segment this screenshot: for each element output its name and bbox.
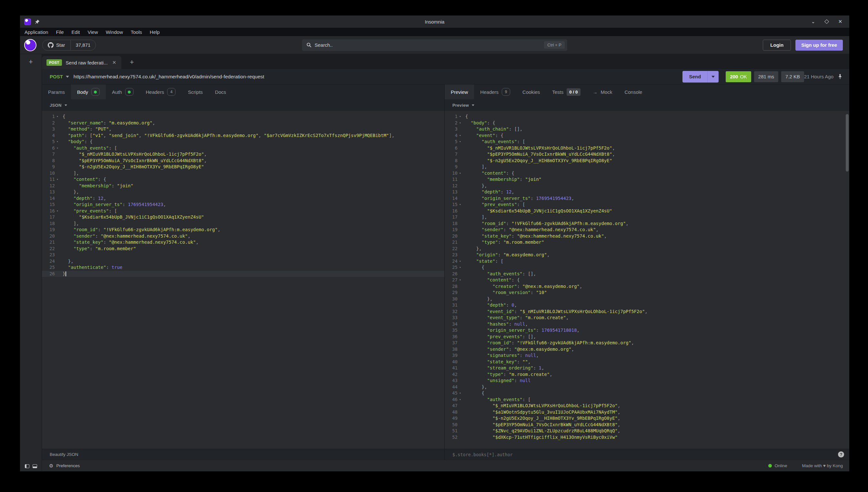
login-button[interactable]: Login — [763, 40, 791, 51]
line-number: 22 — [42, 246, 55, 252]
response-filter-input[interactable]: $.store.books[*].author — [452, 452, 838, 457]
preferences-button[interactable]: Preferences — [56, 463, 80, 468]
code-line: 3 "method": "PUT", — [42, 126, 444, 132]
tab-params[interactable]: Params — [42, 84, 71, 99]
code-line: 28 "creator": "@nex:m.easydemo.org", — [445, 284, 849, 290]
fold-arrow-icon[interactable]: ▾ — [55, 139, 60, 145]
line-number: 34 — [445, 321, 458, 327]
line-number: 8 — [445, 158, 458, 164]
tab-method-badge: POST — [46, 59, 62, 66]
line-number: 12 — [42, 183, 55, 189]
github-star-widget[interactable]: Star 37,871 — [42, 40, 96, 51]
tab-headers[interactable]: Headers4 — [140, 84, 182, 99]
send-button[interactable]: Send — [682, 71, 707, 82]
signup-button[interactable]: Sign up for free — [795, 40, 843, 51]
document-tab[interactable]: POST Send raw federati... ✕ — [42, 56, 121, 69]
code-line: 22 "type": "m.room.member" — [42, 246, 444, 252]
url-input[interactable]: https://hammerhead.nexy7574.co.uk/_hamme… — [74, 74, 683, 80]
tab-headers[interactable]: Headers9 — [474, 84, 516, 99]
tab-preview[interactable]: Preview — [445, 84, 474, 99]
close-icon[interactable]: ✕ — [838, 19, 843, 24]
code-line: 23 "origin": "m.easydemo.org", — [445, 252, 849, 258]
response-body-viewer[interactable]: 1▾{2▾ "body": {3 "auth_chain": [],4▾ "ev… — [445, 111, 849, 449]
fold-arrow-icon[interactable]: ▾ — [458, 397, 463, 403]
tab-docs[interactable]: Docs — [209, 84, 232, 99]
tab-mock[interactable]: →Mock — [587, 84, 618, 99]
history-pin-icon[interactable] — [837, 74, 843, 79]
tab-auth[interactable]: Auth — [106, 84, 140, 99]
line-number: 44 — [445, 384, 458, 390]
tab-cookies[interactable]: Cookies — [516, 84, 546, 99]
request-body-editor[interactable]: 1▾{2 "server_name": "m.easydemo.org",3 "… — [42, 111, 444, 449]
search-input[interactable]: Search.. Ctrl + P — [302, 39, 567, 51]
line-number: 14 — [42, 195, 55, 202]
toggle-sidebar-icon[interactable] — [25, 464, 29, 468]
code-line: 33 "event_type": "m.room.create", — [445, 315, 849, 321]
fold-arrow-icon[interactable]: ▾ — [458, 139, 463, 145]
fold-arrow-icon[interactable]: ▾ — [458, 114, 463, 120]
fold-arrow-icon[interactable]: ▾ — [458, 170, 463, 177]
code-line: 48 "$a1WOotnSdpytu5Glu_3vuI1UJoCPAAUbxMA… — [445, 409, 849, 416]
filter-help-icon[interactable]: ? — [838, 451, 844, 458]
preview-mode-selector[interactable]: Preview — [452, 103, 469, 108]
code-line: 19 "sender": "@nex:hammerhead.nexy7574.c… — [445, 227, 849, 233]
line-number: 1 — [445, 114, 458, 120]
code-line: 8 "$pEP3YP5OmNuiA_7VsOcIxnrBkWN_uYdLCcG4… — [42, 158, 444, 164]
menu-item-edit[interactable]: Edit — [72, 29, 80, 35]
tab-close-icon[interactable]: ✕ — [112, 60, 116, 66]
tab-scripts[interactable]: Scripts — [182, 84, 209, 99]
method-selector[interactable]: POST — [50, 74, 63, 79]
code-line: 7 "$_nMIuVR1BLOJWtsLVPXsHrQoLOhboL-1icj7… — [42, 151, 444, 158]
fold-arrow-icon[interactable]: ▾ — [458, 277, 463, 284]
line-number: 47 — [445, 403, 458, 409]
line-number: 11 — [42, 176, 55, 183]
menu-item-help[interactable]: Help — [150, 29, 160, 35]
method-caret-icon — [66, 76, 69, 78]
new-tab-button[interactable]: + — [130, 58, 134, 67]
code-line: 46▾ "auth_events": [ — [445, 397, 849, 403]
line-number: 15 — [42, 201, 55, 208]
menu-item-window[interactable]: Window — [106, 29, 123, 35]
line-number: 4 — [42, 132, 55, 139]
menu-item-tools[interactable]: Tools — [131, 29, 142, 35]
tab-console[interactable]: Console — [618, 84, 648, 99]
new-request-button[interactable]: + — [29, 59, 33, 65]
body-type-selector[interactable]: JSON — [50, 103, 62, 108]
code-line: 9 "$-n2gU5Ex2Oqoy_J__HIH8mOTX3Yv_9RbEBPq… — [42, 164, 444, 170]
line-number: 23 — [42, 252, 55, 258]
send-options-button[interactable] — [707, 71, 719, 82]
code-line: 4▾ "event": { — [445, 132, 849, 139]
fold-arrow-icon[interactable]: ▾ — [458, 201, 463, 208]
menu-item-view[interactable]: View — [88, 29, 98, 35]
beautify-json-button[interactable]: Beautify JSON — [50, 452, 78, 457]
line-number: 21 — [42, 239, 55, 246]
menu-item-application[interactable]: Application — [25, 29, 48, 35]
fold-arrow-icon[interactable]: ▾ — [458, 258, 463, 265]
maximize-icon[interactable] — [824, 19, 829, 24]
fold-arrow-icon[interactable]: ▾ — [55, 176, 60, 183]
code-line: 34 "hashes": null, — [445, 321, 849, 327]
toolbar: Star 37,871 Search.. Ctrl + P Login Sign… — [20, 36, 849, 54]
tab-title: Send raw federati... — [66, 60, 108, 66]
minimize-icon[interactable]: ⌄ — [811, 19, 816, 24]
line-number: 1 — [42, 114, 55, 120]
code-line: 13 "depth": 12, — [445, 189, 849, 195]
menu-item-file[interactable]: File — [56, 29, 64, 35]
search-shortcut: Ctrl + P — [544, 41, 565, 49]
code-line: 27▾ "content": { — [445, 277, 849, 284]
code-line: 14 "depth": 12, — [42, 195, 444, 202]
fold-arrow-icon[interactable]: ▾ — [458, 132, 463, 139]
response-scrollbar[interactable] — [846, 114, 849, 172]
fold-arrow-icon[interactable]: ▾ — [55, 145, 60, 151]
tab-tests[interactable]: Tests0 / 0 — [546, 84, 586, 99]
fold-arrow-icon[interactable]: ▾ — [55, 114, 60, 120]
code-line: 21 "state_key": "@nex:hammerhead.nexy757… — [42, 239, 444, 246]
line-number: 23 — [445, 252, 458, 258]
code-line: 45▾ { — [445, 390, 849, 397]
fold-arrow-icon[interactable]: ▾ — [458, 390, 463, 397]
tab-body[interactable]: Body — [71, 84, 106, 99]
toggle-panel-icon[interactable] — [32, 464, 37, 468]
fold-arrow-icon[interactable]: ▾ — [458, 264, 463, 271]
fold-arrow-icon[interactable]: ▾ — [55, 208, 60, 214]
fold-arrow-icon[interactable]: ▾ — [458, 120, 463, 126]
